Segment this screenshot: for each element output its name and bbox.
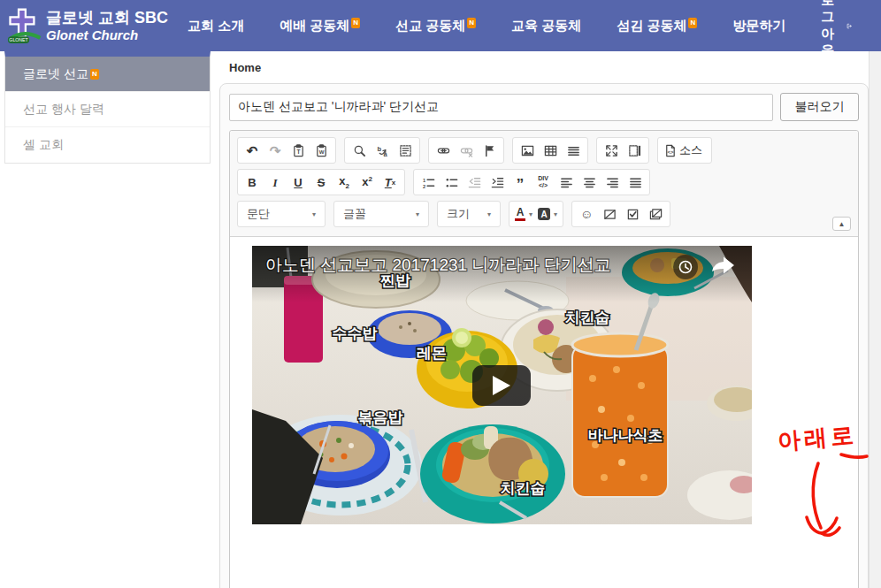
editor-toolbar-row: 문단▾글꼴▾크기▾A▾A▾☺ xyxy=(237,201,851,227)
paste-text-icon[interactable]: T xyxy=(287,140,310,161)
table-icon[interactable] xyxy=(539,140,562,161)
new-badge: N xyxy=(351,18,360,28)
svg-text:2: 2 xyxy=(422,183,425,188)
food-label: 치킨숩 xyxy=(501,480,546,497)
anchor-icon[interactable] xyxy=(478,140,501,161)
sidebar-item[interactable]: 글로넷 선교N xyxy=(5,57,210,92)
align-left-icon[interactable] xyxy=(555,172,578,193)
logout-icon xyxy=(847,19,852,33)
svg-text:b: b xyxy=(377,144,381,152)
video-title: 아노덴 선교보고 20171231 니까라과 단기선교 xyxy=(265,256,611,274)
align-center-icon[interactable] xyxy=(578,172,601,193)
album-icon[interactable] xyxy=(644,203,667,225)
format-select[interactable]: 문단▾ xyxy=(241,203,322,225)
editor-toolbar-row: BIUSx2x2Tx12”DIV</> xyxy=(237,169,851,195)
breadcrumb[interactable]: Home xyxy=(229,61,261,74)
select-all-icon[interactable] xyxy=(394,140,417,161)
maximize-icon[interactable] xyxy=(600,140,623,161)
food-label: 찐밥 xyxy=(380,272,410,289)
nav-item[interactable]: 섬김 공동체N xyxy=(617,18,697,34)
font-select[interactable]: 글꼴▾ xyxy=(337,203,425,225)
unlink-icon[interactable] xyxy=(455,140,478,161)
svg-text:<>: <> xyxy=(667,148,674,154)
caret-down-icon: ▾ xyxy=(312,210,316,218)
food-label: 볶음밥 xyxy=(358,409,403,426)
youtube-embed[interactable]: 아노덴 선교보고 20171231 니까라과 단기선교 찐밥수수밥레몬치킨숩볶음… xyxy=(252,246,752,524)
rich-text-editor: ↶↷TWba<>소스 BIUSx2x2Tx12”DIV</> 문단▾글꼴▾크기▾… xyxy=(229,130,859,588)
new-badge: N xyxy=(688,18,697,28)
checkbox-icon[interactable] xyxy=(621,203,644,225)
image-upload-icon[interactable] xyxy=(598,203,621,225)
redo-icon[interactable]: ↷ xyxy=(264,140,287,161)
blockquote-icon[interactable]: ” xyxy=(509,172,532,193)
remove-format-icon[interactable]: Tx xyxy=(379,172,402,193)
show-blocks-icon[interactable] xyxy=(623,140,646,161)
food-label: 레몬 xyxy=(417,345,447,362)
site-subtitle: Glonet Church xyxy=(46,27,168,42)
source-button[interactable]: <>소스 xyxy=(661,140,709,161)
image-icon[interactable] xyxy=(516,140,539,161)
div-container-icon[interactable]: DIV</> xyxy=(532,172,555,193)
italic-icon[interactable]: I xyxy=(264,172,287,193)
underline-icon[interactable]: U xyxy=(287,172,310,193)
video-thumbnail: 아노덴 선교보고 20171231 니까라과 단기선교 찐밥수수밥레몬치킨숩볶음… xyxy=(252,246,752,524)
nav-item[interactable]: 선교 공동체N xyxy=(395,18,476,34)
sidebar-menu: 글로넷 선교N선교 행사 달력셀 교회 xyxy=(4,51,211,164)
link-icon[interactable] xyxy=(432,140,455,161)
bg-color-icon[interactable]: A▾ xyxy=(535,203,560,225)
site-title: 글로넷 교회 SBC xyxy=(46,9,168,27)
logo-badge-text: GLONET xyxy=(9,37,28,42)
topbar-nav: 교회 소개예배 공동체N선교 공동체N교육 공동체섬김 공동체N방문하기 xyxy=(188,18,821,34)
editor-toolbar: ↶↷TWba<>소스 BIUSx2x2Tx12”DIV</> 문단▾글꼴▾크기▾… xyxy=(230,131,858,237)
svg-text:1: 1 xyxy=(422,177,425,182)
replace-icon[interactable]: ba xyxy=(371,140,394,161)
svg-text:W: W xyxy=(318,149,324,155)
editor-content[interactable]: 아노덴 선교보고 20171231 니까라과 단기선교 찐밥수수밥레몬치킨숩볶음… xyxy=(230,237,858,588)
text-color-icon[interactable]: A▾ xyxy=(512,203,535,225)
size-select[interactable]: 크기▾ xyxy=(440,203,497,225)
caret-down-icon: ▾ xyxy=(487,210,491,218)
cross-logo-icon: GLONET xyxy=(7,4,42,47)
svg-text:T: T xyxy=(296,149,300,155)
paste-word-icon[interactable]: W xyxy=(310,140,333,161)
horizontal-rule-icon[interactable] xyxy=(562,140,585,161)
justify-icon[interactable] xyxy=(624,172,647,193)
top-navigation-bar: GLONET 글로넷 교회 SBC Glonet Church 교회 소개예배 … xyxy=(0,0,881,51)
content-panel: 불러오기 ↶↷TWba<>소스 BIUSx2x2Tx12”DIV</> 문단▾글… xyxy=(219,83,869,588)
nav-item[interactable]: 교육 공동체 xyxy=(511,18,581,34)
numbered-list-icon[interactable]: 12 xyxy=(417,172,440,193)
logout-button[interactable]: 로그아웃 xyxy=(821,0,852,59)
post-title-input[interactable] xyxy=(229,94,773,121)
bold-icon[interactable]: B xyxy=(241,172,264,193)
new-badge: N xyxy=(90,69,99,80)
nav-item[interactable]: 방문하기 xyxy=(732,18,785,34)
church-logo[interactable]: GLONET 글로넷 교회 SBC Glonet Church xyxy=(7,4,168,47)
indent-icon[interactable] xyxy=(486,172,509,193)
toolbar-collapse-button[interactable]: ▲ xyxy=(832,217,851,231)
undo-icon[interactable]: ↶ xyxy=(241,140,264,161)
emoticon-icon[interactable]: ☺ xyxy=(575,203,598,225)
load-button[interactable]: 불러오기 xyxy=(780,93,859,121)
new-badge: N xyxy=(467,18,476,28)
page-scrollbar[interactable] xyxy=(869,51,881,588)
play-button[interactable] xyxy=(472,365,531,406)
sidebar-item[interactable]: 선교 행사 달력 xyxy=(5,92,210,127)
outdent-icon[interactable] xyxy=(463,172,486,193)
bulleted-list-icon[interactable] xyxy=(440,172,463,193)
caret-down-icon: ▾ xyxy=(416,210,419,218)
align-right-icon[interactable] xyxy=(601,172,624,193)
editor-toolbar-row: ↶↷TWba<>소스 xyxy=(237,137,851,164)
sidebar-item[interactable]: 셀 교회 xyxy=(5,127,210,163)
watch-later-icon[interactable] xyxy=(673,255,698,279)
food-label: 치킨숩 xyxy=(565,309,610,326)
nav-item[interactable]: 예배 공동체N xyxy=(280,18,360,34)
strikethrough-icon[interactable]: S xyxy=(310,172,333,193)
nav-item[interactable]: 교회 소개 xyxy=(188,18,244,34)
food-label: 수수밥 xyxy=(333,325,378,342)
find-icon[interactable] xyxy=(348,140,371,161)
superscript-icon[interactable]: x2 xyxy=(356,172,379,193)
subscript-icon[interactable]: x2 xyxy=(333,172,356,193)
food-label: 바나나식초 xyxy=(588,427,663,444)
logout-label: 로그아웃 xyxy=(821,0,842,59)
